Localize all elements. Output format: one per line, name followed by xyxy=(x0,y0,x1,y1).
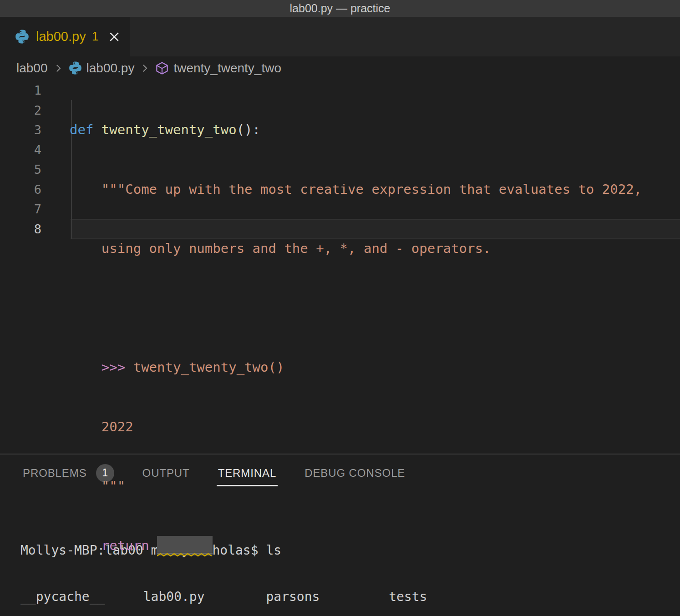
close-icon xyxy=(108,31,120,43)
line-number[interactable]: 5 xyxy=(0,160,70,180)
keyword-return: return xyxy=(70,538,157,553)
breadcrumb-item-file[interactable]: lab00.py xyxy=(86,61,135,76)
placeholder-underscores: _______ xyxy=(157,538,213,553)
code-editor[interactable]: 1 2 3 4 5 6 7 8 def twenty_twenty_two():… xyxy=(0,80,680,454)
window-title-bar: lab00.py — practice xyxy=(0,0,680,17)
tab-problems-count: 1 xyxy=(92,30,99,44)
chevron-right-icon xyxy=(139,62,151,74)
line-number[interactable]: 3 xyxy=(0,120,70,140)
editor-tab-lab00[interactable]: lab00.py 1 xyxy=(0,17,130,56)
breadcrumb: lab00 lab00.py twenty_twenty_two xyxy=(0,56,680,80)
line-number[interactable]: 6 xyxy=(0,180,70,200)
code-line[interactable]: return _______ xyxy=(70,536,680,556)
line-number[interactable]: 4 xyxy=(0,140,70,160)
doctest-call: twenty_twenty_two() xyxy=(133,359,284,375)
blank-placeholder[interactable]: _______ xyxy=(157,536,213,556)
code-line[interactable] xyxy=(70,298,680,318)
tab-close-button[interactable] xyxy=(107,30,121,44)
function-name: twenty_twenty_two xyxy=(101,122,237,137)
editor-tab-strip: lab00.py 1 xyxy=(0,17,680,56)
line-number[interactable]: 1 xyxy=(0,81,70,101)
window-title: lab00.py — practice xyxy=(290,2,391,15)
line-number-gutter[interactable]: 1 2 3 4 5 6 7 8 xyxy=(0,81,70,239)
symbol-cube-icon xyxy=(155,61,169,75)
code-content[interactable]: def twenty_twenty_two(): """Come up with… xyxy=(70,81,680,595)
doctest-prompt: >>> xyxy=(70,359,133,375)
chevron-right-icon xyxy=(52,62,64,74)
python-file-icon xyxy=(69,61,82,75)
code-line[interactable]: using only numbers and the +, *, and - o… xyxy=(70,239,680,259)
code-line[interactable]: 2022 xyxy=(70,417,680,437)
tab-label: lab00.py xyxy=(36,29,86,44)
punctuation: (): xyxy=(237,122,260,137)
breadcrumb-item-folder[interactable]: lab00 xyxy=(16,61,48,76)
warning-squiggle-icon xyxy=(157,553,213,557)
code-line[interactable]: """Come up with the most creative expres… xyxy=(70,180,680,200)
line-number-active[interactable]: 8 xyxy=(0,219,70,239)
code-line[interactable]: >>> twenty_twenty_two() xyxy=(70,358,680,378)
python-file-icon xyxy=(15,30,29,44)
line-number[interactable]: 7 xyxy=(0,199,70,219)
line-number[interactable]: 2 xyxy=(0,101,70,121)
code-line[interactable]: """ xyxy=(70,476,680,496)
breadcrumb-item-symbol[interactable]: twenty_twenty_two xyxy=(173,61,281,76)
keyword-def: def xyxy=(70,122,101,137)
code-line[interactable]: def twenty_twenty_two(): xyxy=(70,120,680,140)
